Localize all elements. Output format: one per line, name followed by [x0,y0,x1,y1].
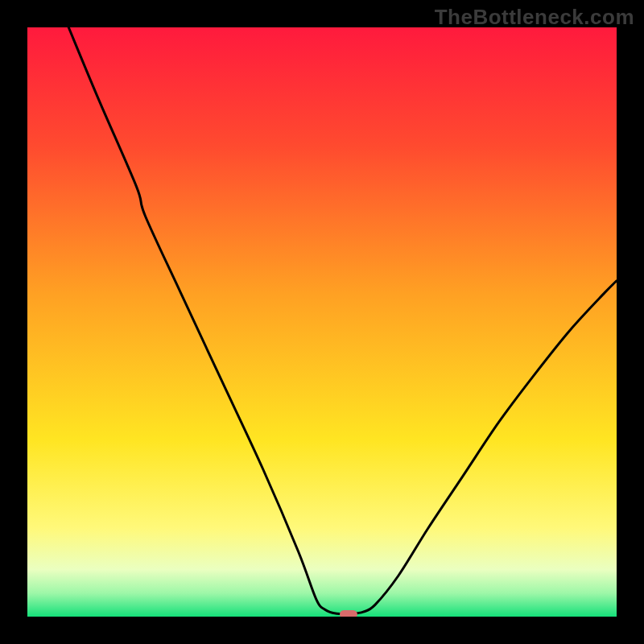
plot-background-gradient [27,27,617,617]
optimal-point-marker [340,610,357,618]
watermark-text: TheBottleneck.com [435,5,634,30]
bottleneck-chart [0,0,644,644]
chart-frame: TheBottleneck.com [0,0,644,644]
